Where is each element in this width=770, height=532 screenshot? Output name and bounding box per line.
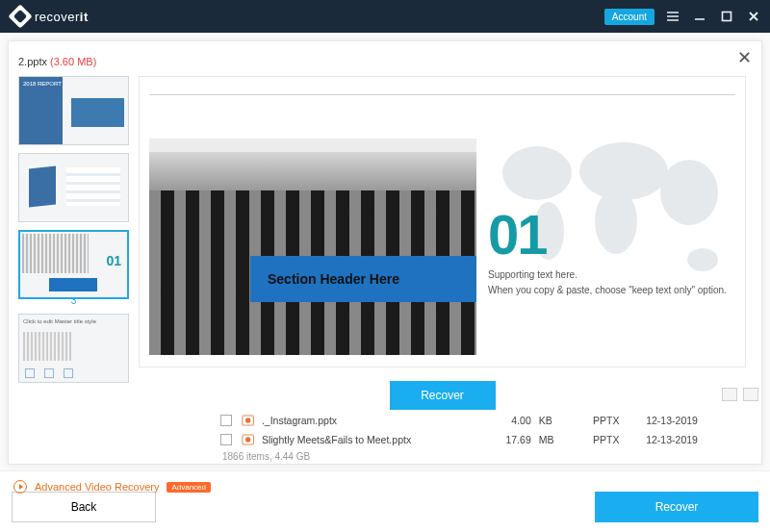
- preview-recover-button[interactable]: Recover: [390, 381, 496, 410]
- slide-thumbnail-selected[interactable]: 01: [18, 230, 129, 299]
- footer-recover-button[interactable]: Recover: [595, 492, 758, 522]
- slide-thumbnail[interactable]: 2018 REPORT: [18, 76, 129, 145]
- avr-badge: Advanced: [167, 482, 211, 493]
- section-header-band: Section Header Here: [250, 256, 476, 302]
- file-name: ._Instagram.pptx: [262, 415, 459, 426]
- app-name: recoverit: [35, 10, 89, 24]
- svg-point-1: [502, 146, 572, 200]
- svg-point-10: [245, 437, 250, 442]
- file-list: ._Instagram.pptx 4.00 KB PPTX 12-13-2019…: [220, 411, 729, 462]
- file-type: PPTX: [574, 415, 638, 426]
- file-row[interactable]: ._Instagram.pptx 4.00 KB PPTX 12-13-2019: [220, 411, 729, 430]
- slide-big-number: 01: [488, 202, 547, 266]
- section-header-text: Section Header Here: [268, 271, 399, 287]
- slide-thumbnail[interactable]: [18, 153, 129, 222]
- titlebar: recoverit Account: [0, 0, 770, 33]
- back-button[interactable]: Back: [12, 492, 156, 522]
- file-date: 12-13-2019: [646, 434, 729, 445]
- grid-view-icon[interactable]: [722, 388, 737, 401]
- supporting-text-1: Supporting text here.: [488, 269, 578, 280]
- window-close-icon[interactable]: [745, 11, 762, 22]
- svg-point-4: [595, 189, 637, 254]
- preview-file-label: 2.pptx (3.60 MB): [18, 56, 96, 67]
- slide-image: [149, 139, 476, 355]
- preview-panel: ✕ 2.pptx (3.60 MB) 2018 REPORT 01: [8, 40, 762, 465]
- file-date: 12-13-2019: [646, 415, 729, 426]
- app-logo: recoverit: [12, 8, 89, 25]
- window-minimize-icon[interactable]: [691, 11, 708, 22]
- list-summary: 1866 items, 4.44 GB: [220, 451, 729, 462]
- pptx-file-icon: [242, 414, 254, 427]
- avr-label: Advanced Video Recovery: [35, 481, 159, 493]
- file-row[interactable]: Slightly Meets&Fails to Meet.pptx 17.69 …: [220, 430, 729, 449]
- svg-point-8: [245, 418, 250, 422]
- content-area: ✕ 2.pptx (3.60 MB) 2018 REPORT 01: [0, 33, 770, 470]
- close-preview-button[interactable]: ✕: [737, 47, 752, 68]
- slide-thumbnail[interactable]: Click to edit Master title style: [18, 314, 129, 383]
- supporting-text-2: When you copy & paste, choose "keep text…: [488, 285, 727, 295]
- list-view-icon[interactable]: [743, 388, 758, 401]
- slide-preview: Section Header Here 01 Supporting text h…: [139, 76, 746, 410]
- account-button[interactable]: Account: [604, 9, 654, 25]
- svg-rect-0: [723, 13, 732, 21]
- pptx-file-icon: [242, 433, 254, 446]
- file-name: Slightly Meets&Fails to Meet.pptx: [262, 434, 459, 445]
- file-type: PPTX: [574, 434, 638, 445]
- svg-point-5: [660, 160, 718, 225]
- advanced-video-recovery-link[interactable]: Advanced Video Recovery Advanced: [13, 480, 211, 494]
- play-circle-icon: [13, 480, 27, 494]
- window-maximize-icon[interactable]: [718, 11, 735, 22]
- svg-point-6: [687, 248, 718, 271]
- thumbnail-strip[interactable]: 2018 REPORT 01 3 Click to edit Master ti…: [18, 76, 129, 452]
- view-toggle-group: [722, 388, 758, 401]
- footer-bar: Advanced Video Recovery Advanced Back Re…: [0, 470, 770, 532]
- preview-filename: 2.pptx: [18, 56, 47, 67]
- row-checkbox[interactable]: [220, 434, 232, 445]
- logo-diamond-icon: [8, 4, 32, 28]
- file-size-unit: MB: [539, 434, 567, 445]
- slide-canvas: Section Header Here 01 Supporting text h…: [139, 76, 746, 367]
- file-size: 17.69: [467, 434, 531, 445]
- file-size: 4.00: [467, 415, 531, 426]
- preview-filesize: (3.60 MB): [50, 56, 96, 67]
- row-checkbox[interactable]: [220, 415, 232, 426]
- hamburger-menu-icon[interactable]: [664, 10, 681, 23]
- slide-divider: [149, 94, 735, 95]
- file-size-unit: KB: [539, 415, 567, 426]
